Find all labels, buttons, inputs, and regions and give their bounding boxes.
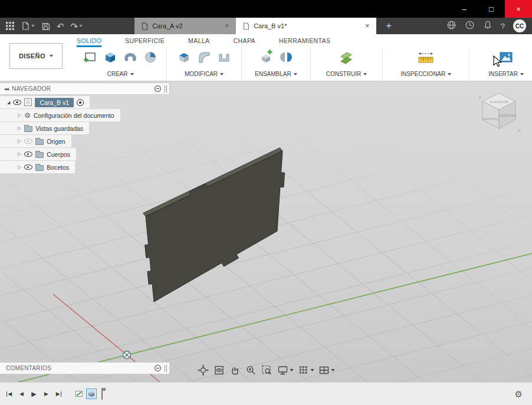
- tree-row-root[interactable]: ◢ Cara_B v1: [0, 96, 90, 108]
- timeline-settings-gear-icon[interactable]: ⚙: [515, 390, 523, 399]
- tab-malla[interactable]: MALLA: [188, 34, 209, 47]
- timeline-extrude-feature[interactable]: [86, 388, 97, 399]
- tree-row-document-settings[interactable]: ▷ ⚙ Configuración del documento: [0, 109, 120, 121]
- tab-close-icon[interactable]: ×: [225, 22, 229, 30]
- comments-header[interactable]: COMENTARIOS: [0, 362, 170, 374]
- expand-node-icon[interactable]: ▷: [18, 126, 21, 131]
- zoom-icon[interactable]: [245, 364, 257, 376]
- tab-solido[interactable]: SOLIDO: [77, 34, 101, 47]
- redo-icon[interactable]: ↷: [71, 22, 83, 31]
- eye-off-icon[interactable]: [24, 139, 32, 144]
- help-icon[interactable]: ?: [501, 22, 505, 31]
- caret-down-icon: [31, 25, 35, 27]
- new-tab-button[interactable]: +: [386, 18, 392, 34]
- viewcube-axis-z: Z: [478, 95, 481, 100]
- group-insertar-menu[interactable]: INSERTAR: [488, 71, 524, 77]
- viewcube[interactable]: SUPERIOR FRONTAL DERECHA Z X: [475, 86, 525, 136]
- measure-icon[interactable]: [417, 50, 435, 67]
- pan-icon[interactable]: [229, 364, 241, 376]
- tree-row-saved-views[interactable]: ▷ Vistas guardadas: [0, 122, 89, 134]
- grid-snaps-icon[interactable]: [298, 364, 314, 376]
- collapse-node-icon[interactable]: ◢: [7, 100, 10, 104]
- user-avatar[interactable]: CC: [513, 19, 526, 32]
- press-pull-icon[interactable]: [176, 50, 192, 67]
- gear-icon: ⚙: [24, 112, 31, 119]
- play-button[interactable]: ▶: [28, 388, 40, 400]
- workspace-selector[interactable]: DISEÑO: [9, 43, 63, 69]
- caret-down-icon: [520, 73, 524, 75]
- revolve-icon[interactable]: [123, 50, 138, 67]
- undo-icon[interactable]: ↶: [57, 22, 64, 31]
- new-component-icon[interactable]: [258, 50, 274, 67]
- globe-icon[interactable]: [446, 20, 457, 32]
- expand-node-icon[interactable]: ▷: [18, 113, 21, 118]
- caret-down-icon: [363, 73, 367, 75]
- close-button[interactable]: ×: [505, 0, 532, 18]
- tab-close-icon[interactable]: ×: [365, 22, 369, 30]
- clock-icon[interactable]: [465, 20, 475, 32]
- group-modificar-menu[interactable]: MODIFICAR: [185, 71, 224, 77]
- fillet-icon[interactable]: [196, 50, 212, 67]
- group-crear-menu[interactable]: CREAR: [107, 71, 133, 77]
- expand-node-icon[interactable]: ▷: [18, 139, 21, 144]
- viewcube-label-top: SUPERIOR: [490, 100, 508, 104]
- collapse-panel-icon[interactable]: ◀◀: [4, 87, 8, 91]
- ribbon-groups: CREAR MO: [74, 48, 532, 81]
- go-to-end-button[interactable]: ▶: [53, 388, 64, 400]
- display-settings-icon[interactable]: [277, 364, 294, 376]
- tree-item-label: Bocetos: [47, 164, 69, 171]
- comments-panel: COMENTARIOS: [0, 362, 170, 374]
- tree-row-sketches[interactable]: ▷ Bocetos: [0, 161, 75, 173]
- eye-icon[interactable]: [24, 152, 32, 157]
- viewports-icon[interactable]: [318, 364, 335, 376]
- titlebar: – □ ×: [0, 0, 532, 18]
- construction-plane-icon[interactable]: [339, 50, 354, 67]
- group-inspeccionar-menu[interactable]: INSPECCIONAR: [400, 71, 451, 77]
- apps-grid-icon[interactable]: [6, 22, 14, 30]
- document-tab-inactive[interactable]: Cara_A v2 ×: [134, 18, 236, 34]
- go-to-start-button[interactable]: ◀: [4, 388, 15, 400]
- joint-icon[interactable]: [278, 50, 294, 67]
- minimize-button[interactable]: –: [451, 0, 478, 18]
- tab-chapa[interactable]: CHAPA: [234, 34, 255, 47]
- step-back-button[interactable]: ◀: [16, 388, 27, 400]
- sphere-icon[interactable]: [143, 50, 158, 67]
- folder-icon: [24, 126, 32, 132]
- timeline-sketch-feature[interactable]: [74, 388, 84, 399]
- group-ensamblar-menu[interactable]: ENSAMBLAR: [255, 71, 297, 77]
- tab-herramientas[interactable]: HERRAMIENTAS: [279, 34, 330, 47]
- bell-icon[interactable]: [483, 20, 492, 32]
- navigator-title: NAVEGADOR: [12, 85, 51, 92]
- tree-row-origin[interactable]: ▷ Origen: [0, 135, 71, 147]
- expand-node-icon[interactable]: ▷: [18, 165, 21, 170]
- shell-icon[interactable]: [216, 50, 232, 67]
- eye-icon[interactable]: [13, 100, 21, 105]
- panel-menu-icon[interactable]: [155, 365, 161, 371]
- tree-row-bodies[interactable]: ▷ Cuerpos: [0, 148, 76, 160]
- caret-down-icon: [294, 73, 297, 75]
- panel-menu-icon[interactable]: [155, 85, 161, 92]
- document-tab-active[interactable]: Cara_B v1* ×: [236, 18, 376, 34]
- file-icon[interactable]: [21, 21, 35, 31]
- save-icon[interactable]: [41, 22, 50, 31]
- create-sketch-icon[interactable]: [83, 50, 98, 67]
- box-icon[interactable]: [103, 50, 118, 67]
- folder-icon: [35, 152, 44, 158]
- origin-marker[interactable]: [123, 351, 131, 359]
- root-component-label: Cara_B v1: [35, 98, 74, 107]
- expand-node-icon[interactable]: ▷: [18, 152, 21, 157]
- look-at-icon[interactable]: [214, 364, 225, 376]
- mouse-cursor: [493, 55, 505, 68]
- group-construir-menu[interactable]: CONSTRUIR: [326, 71, 367, 77]
- tab-superficie[interactable]: SUPERFICIE: [125, 34, 165, 47]
- panel-grip-handle[interactable]: [165, 365, 168, 372]
- eye-icon[interactable]: [24, 164, 32, 170]
- timeline-playhead[interactable]: [101, 388, 103, 400]
- activate-component-radio[interactable]: [77, 99, 84, 106]
- navigator-header: ◀◀ NAVEGADOR: [0, 83, 170, 95]
- panel-grip-handle[interactable]: [165, 85, 168, 93]
- maximize-button[interactable]: □: [478, 0, 505, 18]
- orbit-icon[interactable]: [198, 364, 209, 376]
- step-forward-button[interactable]: ▶: [41, 388, 52, 400]
- fit-icon[interactable]: [261, 364, 273, 376]
